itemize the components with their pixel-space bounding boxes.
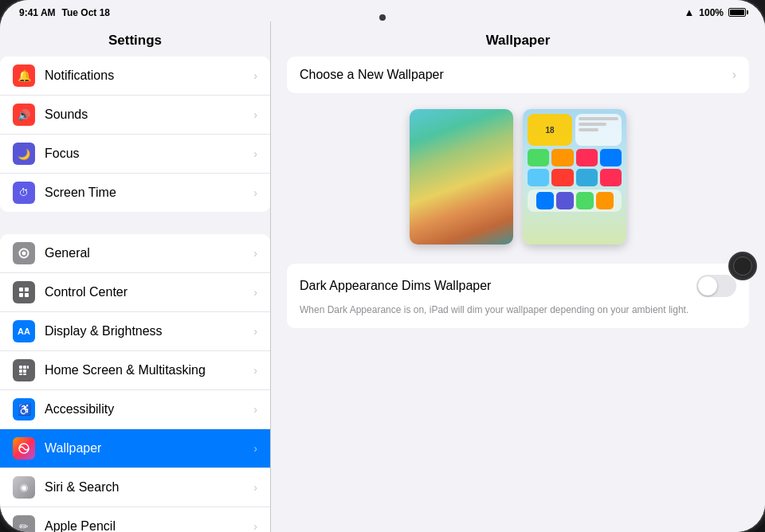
controlcenter-icon [13,281,35,303]
battery-percent: 100% [699,7,724,18]
wallpaper-svg [18,443,29,454]
status-right: ▲ 100% [684,6,746,18]
sidebar-item-notifications[interactable]: 🔔 Notifications › [0,57,270,96]
battery-fill [730,10,744,15]
wallpaper-icon [13,437,35,460]
screentime-icon: ⏱ [13,182,35,204]
svg-rect-9 [23,370,26,373]
accessibility-chevron: › [253,403,257,416]
focus-icon: 🌙 [13,143,35,165]
home-button[interactable] [728,252,757,280]
applepencil-icon: ✏ [13,515,35,532]
notifications-icon: 🔔 [13,65,35,87]
svg-rect-5 [19,366,22,369]
controlcenter-svg [18,286,30,299]
battery-icon [728,8,746,17]
homescreen-thumb[interactable]: 18 [523,109,626,244]
svg-rect-3 [19,293,23,297]
svg-rect-4 [25,293,29,297]
screentime-label: Screen Time [45,186,253,200]
sidebar-item-controlcenter[interactable]: Control Center › [0,273,270,312]
homescreen-chevron: › [253,364,257,377]
home-button-inner [733,256,752,276]
wifi-icon: ▲ [684,6,694,18]
display-chevron: › [253,325,257,338]
general-chevron: › [253,247,257,260]
sidebar-item-wallpaper[interactable]: Wallpaper › [0,429,270,468]
toggle-knob [698,276,717,295]
sidebar-item-display[interactable]: AA Display & Brightness › [0,312,270,351]
sidebar-group-2: General › Control Center › [0,234,270,532]
dark-appearance-toggle[interactable] [696,275,736,297]
right-panel: Wallpaper Choose a New Wallpaper › [271,22,765,532]
sidebar-title: Settings [0,22,270,57]
general-icon [13,242,35,264]
wallpaper-chevron: › [253,442,257,455]
focus-chevron: › [253,147,257,160]
choose-wallpaper-chevron: › [732,68,736,82]
ipad-frame: 9:41 AM Tue Oct 18 ▲ 100% Settings 🔔 No [0,0,765,532]
controlcenter-chevron: › [253,286,257,299]
choose-wallpaper-label: Choose a New Wallpaper [300,68,732,82]
siri-icon: ◉ [13,476,35,499]
display-icon: AA [13,320,35,342]
dark-appearance-hint: When Dark Appearance is on, iPad will di… [300,303,736,317]
siri-chevron: › [253,481,257,494]
general-label: General [45,246,253,260]
sidebar-item-focus[interactable]: 🌙 Focus › [0,135,270,174]
time-display: 9:41 AM [19,7,56,18]
sidebar-item-screentime[interactable]: ⏱ Screen Time › [0,174,270,212]
svg-rect-11 [23,374,26,375]
sounds-icon: 🔊 [13,104,35,126]
homescreen-label: Home Screen & Multitasking [45,363,253,377]
notifications-label: Notifications [45,68,253,83]
app-grid [528,149,622,186]
accessibility-icon: ♿ [13,398,35,421]
siri-label: Siri & Search [45,480,253,495]
choose-wallpaper-row[interactable]: Choose a New Wallpaper › [287,57,749,93]
group-separator-1 [0,218,270,234]
lockscreen-wallpaper [410,109,513,244]
status-left: 9:41 AM Tue Oct 18 [19,7,110,18]
svg-rect-7 [27,366,29,369]
applepencil-chevron: › [253,520,257,532]
home-overlay: 18 [528,114,622,240]
svg-rect-2 [25,288,29,291]
applepencil-label: Apple Pencil [45,519,253,532]
sidebar-item-homescreen[interactable]: Home Screen & Multitasking › [0,351,270,390]
sidebar: Settings 🔔 Notifications › 🔊 Sounds [0,22,271,532]
sidebar-item-siri[interactable]: ◉ Siri & Search › [0,468,270,507]
accessibility-label: Accessibility [45,402,253,417]
dark-appearance-label: Dark Appearance Dims Wallpaper [300,279,491,293]
notifications-chevron: › [253,69,257,82]
svg-rect-6 [23,366,26,369]
sounds-chevron: › [253,108,257,121]
lockscreen-thumb[interactable] [410,109,513,244]
wallpaper-preview: 18 [287,109,749,244]
homescreen-svg [18,364,30,377]
dock [528,190,622,212]
sidebar-item-sounds[interactable]: 🔊 Sounds › [0,96,270,135]
main-content: Settings 🔔 Notifications › 🔊 Sounds [0,22,765,532]
sidebar-item-general[interactable]: General › [0,234,270,273]
screentime-chevron: › [253,186,257,199]
camera-dot [379,14,386,21]
gear-svg [18,247,30,260]
sidebar-item-applepencil[interactable]: ✏ Apple Pencil › [0,507,270,532]
sidebar-group-1: 🔔 Notifications › 🔊 Sounds › 🌙 [0,57,270,212]
sounds-label: Sounds [45,108,253,122]
svg-point-0 [22,252,26,256]
panel-content: Choose a New Wallpaper › [271,57,765,532]
svg-rect-8 [19,370,22,373]
dark-appearance-row: Dark Appearance Dims Wallpaper When Dark… [287,264,749,328]
sidebar-item-accessibility[interactable]: ♿ Accessibility › [0,390,270,429]
svg-rect-1 [19,288,23,291]
date-display: Tue Oct 18 [62,7,110,18]
widget-row: 18 [528,114,622,146]
focus-label: Focus [45,147,253,161]
homescreen-icon [13,359,35,381]
display-label: Display & Brightness [45,324,253,338]
svg-rect-10 [19,374,22,375]
wallpaper-label: Wallpaper [45,441,253,456]
toggle-row-inner: Dark Appearance Dims Wallpaper [300,275,736,297]
